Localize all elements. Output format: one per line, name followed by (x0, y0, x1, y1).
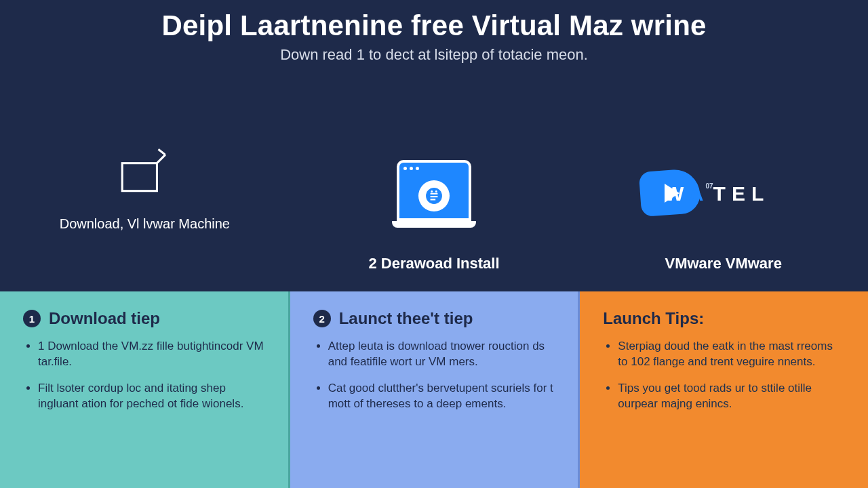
card-launch: 2 Launct thee't tiep Attep leuta is down… (290, 291, 580, 488)
svg-line-1 (157, 155, 165, 163)
card-download-list: 1 Download the VM.zz fille butightincodr… (23, 339, 265, 412)
feature-install: 2 Derawoad Install (290, 64, 579, 291)
laptop-list-icon (393, 146, 475, 241)
card-launch-title: Launct thee't tiep (339, 309, 473, 328)
card-launch-list: Attep leuta is download tnower rouction … (313, 339, 555, 412)
card-download-heading: 1 Download tiep (23, 309, 265, 328)
badge-1: 1 (23, 310, 41, 327)
feature-download-label: Download, Vl lvwar Machine (60, 216, 230, 232)
svg-rect-5 (431, 196, 438, 197)
feature-install-label: 2 Derawoad Install (368, 255, 499, 272)
logo-sup: 07 (705, 182, 713, 190)
page-subtitle: Down read 1 to dect at lsitepp of totaci… (0, 46, 868, 64)
card-download-title: Download tiep (49, 309, 160, 328)
svg-rect-6 (431, 199, 436, 200)
svg-point-7 (431, 190, 433, 192)
watel-logo-icon: WA07TEL (640, 146, 806, 241)
badge-2: 2 (313, 310, 331, 327)
folder-flag-icon (117, 124, 172, 219)
logo-pre: W (665, 182, 689, 205)
feature-download: Download, Vl lvwar Machine (0, 64, 290, 291)
logo-post: TEL (713, 182, 770, 205)
page-title: Deipl Laartnenine free Virtual Maz wrine (0, 9, 868, 42)
card-tips-heading: Launch Tips: (603, 309, 845, 328)
logo-text: WA07TEL (665, 182, 770, 205)
card-tips-list: Sterpiag doud the eatk in the mast rreom… (603, 339, 845, 412)
list-item: Filt lsoter cordup loc and itating shep … (38, 381, 265, 412)
list-item: 1 Download the VM.zz fille butightincodr… (38, 339, 265, 370)
list-item: Attep leuta is download tnower rouction … (328, 339, 555, 370)
card-tips-title: Launch Tips: (603, 309, 704, 328)
svg-point-8 (435, 190, 437, 192)
card-launch-heading: 2 Launct thee't tiep (313, 309, 555, 328)
feature-vmware-label: VMware VMware (665, 255, 781, 272)
hero-section: Deipl Laartnenine free Virtual Maz wrine… (0, 0, 868, 291)
card-download: 1 Download tiep 1 Download the VM.zz fil… (0, 291, 290, 488)
svg-line-2 (159, 149, 165, 155)
infographic-page: Deipl Laartnenine free Virtual Maz wrine… (0, 0, 868, 488)
feature-row: Download, Vl lvwar Machine (0, 64, 868, 291)
hero-header: Deipl Laartnenine free Virtual Maz wrine… (0, 0, 868, 64)
list-item: Tips you get tood rads ur to sttile otil… (618, 381, 845, 412)
list-item: Sterpiag doud the eatk in the mast rreom… (618, 339, 845, 370)
svg-rect-0 (123, 163, 157, 190)
feature-vmware: WA07TEL VMware VMware (578, 64, 868, 291)
card-tips: Launch Tips: Sterpiag doud the eatk in t… (580, 291, 868, 488)
cards-row: 1 Download tiep 1 Download the VM.zz fil… (0, 291, 868, 488)
svg-rect-4 (431, 193, 438, 195)
list-item: Cat good clutther's bervetupent scuriels… (328, 381, 555, 412)
